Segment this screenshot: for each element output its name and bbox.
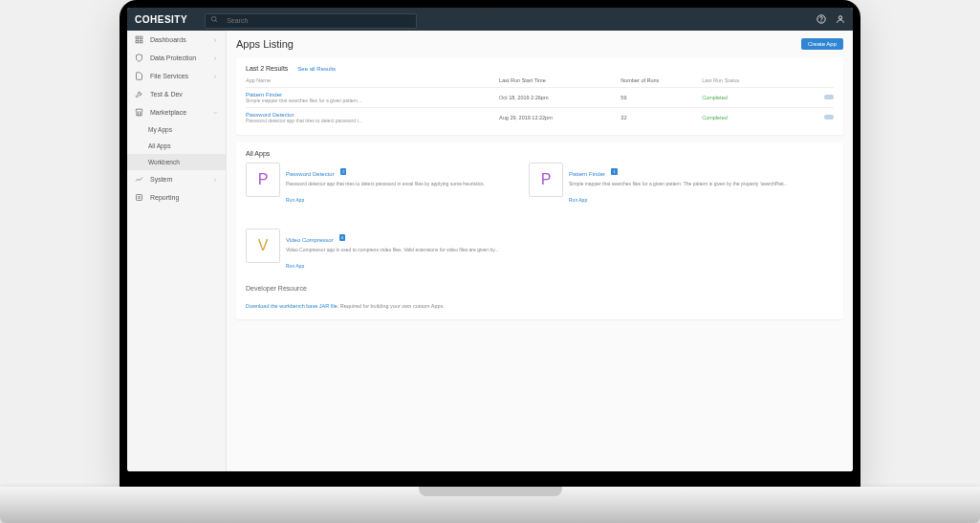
report-icon <box>135 193 143 202</box>
sidebar-item-label: Reporting <box>150 194 179 201</box>
sidebar-item-label: Marketplace <box>150 109 186 116</box>
app-link[interactable]: Password Detector <box>286 171 335 177</box>
all-apps-card: All Apps P Password Detector 2 Password … <box>236 142 843 319</box>
app-tile: V Video Compressor 6 Video Compressor ap… <box>246 229 513 272</box>
sidebar-item-label: Dashboards <box>150 36 186 43</box>
svg-rect-8 <box>140 40 142 43</box>
see-all-results-link[interactable]: See all Results <box>297 66 336 72</box>
file-icon <box>135 72 143 80</box>
all-apps-title: All Apps <box>246 150 834 157</box>
run-app-link[interactable]: Run App <box>286 197 304 203</box>
search-input[interactable] <box>205 13 417 29</box>
col-num-runs: Number of Runs <box>621 77 702 83</box>
svg-rect-9 <box>137 195 142 201</box>
col-app-name: App Name <box>246 77 499 83</box>
more-icon[interactable] <box>824 115 834 120</box>
svg-line-1 <box>215 20 217 22</box>
results-card: Last 2 Results See all Results App Name … <box>236 57 843 135</box>
app-tag: 1 <box>611 168 617 175</box>
sidebar: Dashboards Data Protection File Services <box>127 31 227 471</box>
status-badge: Completed <box>702 95 803 100</box>
run-app-link[interactable]: Run App <box>569 197 587 203</box>
table-row: Password Detector Password detector app … <box>246 107 834 127</box>
run-count: 56 <box>621 95 702 100</box>
developer-resource-title: Developer Resource <box>246 285 834 292</box>
col-last-run-time: Last Run Start Time <box>499 77 621 83</box>
wrench-icon <box>135 90 143 98</box>
app-desc: Video Compressor app is used to compress… <box>286 247 513 252</box>
chevron-right-icon <box>212 55 218 61</box>
app-tag: 2 <box>340 168 346 175</box>
download-jar-link[interactable]: Download the workbench base JAR file. <box>246 303 338 309</box>
app-tile: P Password Detector 2 Password detector … <box>246 163 513 206</box>
app-badge: P <box>529 163 563 197</box>
table-row: Pattern Finder Simple mapper that search… <box>246 87 834 107</box>
chevron-right-icon <box>212 177 218 183</box>
sidebar-item-dashboards[interactable]: Dashboards <box>127 31 226 49</box>
store-icon <box>135 108 143 117</box>
app-badge: P <box>246 163 280 197</box>
app-desc: Password detector app that tries to dete… <box>246 118 499 123</box>
app-desc: Simple mapper that searches files for a … <box>569 181 796 186</box>
help-icon[interactable] <box>817 14 826 24</box>
chevron-right-icon <box>212 37 218 43</box>
svg-rect-7 <box>136 40 139 43</box>
svg-rect-5 <box>136 36 139 39</box>
app-link[interactable]: Pattern Finder <box>569 171 605 177</box>
dev-text: Required for building your own custom Ap… <box>338 303 445 309</box>
sidebar-item-label: File Services <box>150 73 188 79</box>
run-app-link[interactable]: Run App <box>286 263 304 269</box>
sidebar-item-reporting[interactable]: Reporting <box>127 188 226 207</box>
svg-rect-6 <box>140 36 142 39</box>
sidebar-item-test-dev[interactable]: Test & Dev <box>127 85 226 103</box>
sidebar-item-data-protection[interactable]: Data Protection <box>127 49 226 67</box>
grid-icon <box>135 35 143 44</box>
sidebar-item-marketplace[interactable]: Marketplace <box>127 103 226 121</box>
app-link[interactable]: Video Compressor <box>286 237 334 243</box>
more-icon[interactable] <box>824 95 834 99</box>
col-status: Last Run Status <box>702 77 803 83</box>
sidebar-item-label: My Apps <box>148 126 172 133</box>
run-count: 32 <box>621 115 702 120</box>
results-header: Last 2 Results See all Results <box>246 65 834 72</box>
sidebar-item-label: Workbench <box>148 159 180 165</box>
app-desc: Simple mapper that searches files for a … <box>246 98 499 103</box>
app-badge: V <box>246 229 280 263</box>
app-desc: Password detector app that tries to dete… <box>286 181 513 186</box>
main-content: Apps Listing Create App Last 2 Results S… <box>227 31 853 471</box>
sidebar-item-label: System <box>150 176 172 183</box>
chevron-right-icon <box>212 74 218 79</box>
sidebar-item-all-apps[interactable]: All Apps <box>127 138 226 154</box>
search-icon <box>210 15 218 23</box>
user-icon[interactable] <box>836 14 845 24</box>
svg-point-4 <box>838 16 841 19</box>
sidebar-item-label: Test & Dev <box>150 91 183 98</box>
sidebar-item-label: Data Protection <box>150 54 196 61</box>
sidebar-item-my-apps[interactable]: My Apps <box>127 121 226 138</box>
status-badge: Completed <box>702 115 803 120</box>
run-time: Aug 29, 2019 12:22pm <box>499 115 621 120</box>
sidebar-item-system[interactable]: System <box>127 170 226 188</box>
chevron-down-icon <box>212 110 218 116</box>
app-tile: P Pattern Finder 1 Simple mapper that se… <box>529 163 796 206</box>
trend-icon <box>135 175 143 184</box>
svg-point-0 <box>211 16 216 21</box>
create-app-button[interactable]: Create App <box>801 38 843 50</box>
app-tag: 6 <box>339 234 345 241</box>
brand-logo: COHESITY <box>135 14 187 25</box>
sidebar-item-workbench[interactable]: Workbench <box>127 154 226 170</box>
run-time: Oct 18, 2019 2:26pm <box>499 95 621 100</box>
page-title: Apps Listing <box>236 38 294 50</box>
sidebar-item-label: All Apps <box>148 142 171 149</box>
sidebar-item-file-services[interactable]: File Services <box>127 67 226 85</box>
shield-icon <box>135 54 143 62</box>
